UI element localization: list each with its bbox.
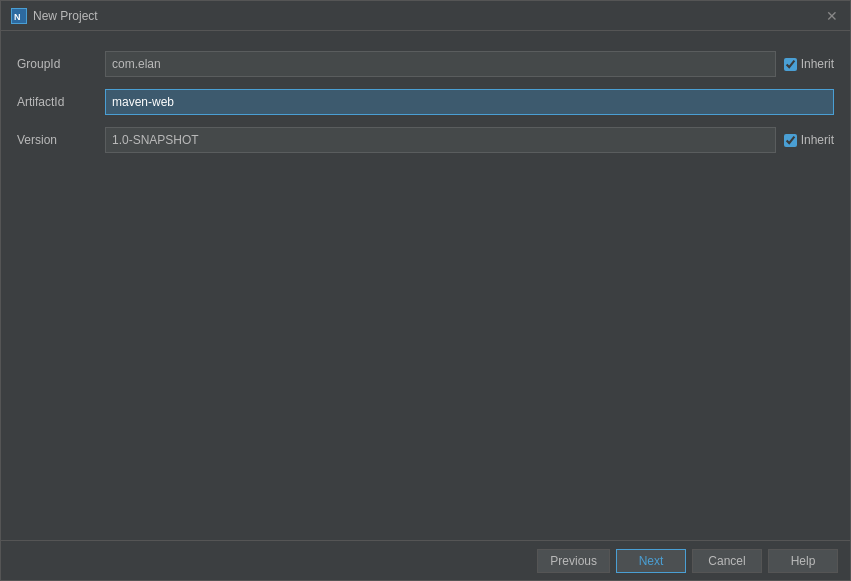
new-project-dialog: N New Project ✕ GroupId Inherit Artifact… [0,0,851,581]
version-label: Version [17,133,97,147]
group-id-input[interactable] [105,51,776,77]
cancel-button[interactable]: Cancel [692,549,762,573]
content-spacer [17,165,834,520]
artifact-id-row: ArtifactId [17,89,834,115]
svg-text:N: N [14,12,21,22]
version-inherit-checkbox[interactable] [784,134,797,147]
dialog-title: New Project [33,9,98,23]
version-input[interactable] [105,127,776,153]
group-id-inherit-label: Inherit [801,57,834,71]
dialog-content: GroupId Inherit ArtifactId Version Inher… [1,31,850,540]
group-id-label: GroupId [17,57,97,71]
group-id-inherit-checkbox[interactable] [784,58,797,71]
dialog-icon: N [11,8,27,24]
artifact-id-label: ArtifactId [17,95,97,109]
next-button[interactable]: Next [616,549,686,573]
group-id-inherit-container: Inherit [784,57,834,71]
version-inherit-label: Inherit [801,133,834,147]
group-id-row: GroupId Inherit [17,51,834,77]
close-button[interactable]: ✕ [824,8,840,24]
previous-button[interactable]: Previous [537,549,610,573]
dialog-footer: Previous Next Cancel Help [1,540,850,580]
artifact-id-input[interactable] [105,89,834,115]
help-button[interactable]: Help [768,549,838,573]
title-bar: N New Project ✕ [1,1,850,31]
title-bar-left: N New Project [11,8,98,24]
version-inherit-container: Inherit [784,133,834,147]
version-row: Version Inherit [17,127,834,153]
